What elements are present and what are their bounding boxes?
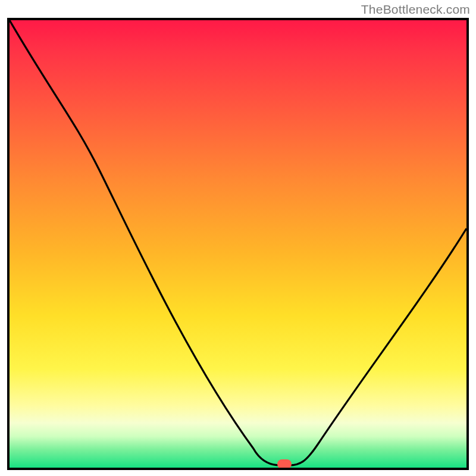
chart-overlay	[10, 20, 466, 468]
attribution-label: TheBottleneck.com	[361, 2, 470, 17]
optimal-marker	[277, 459, 292, 468]
chart-frame	[7, 18, 469, 470]
bottleneck-curve	[10, 20, 466, 465]
chart-container: TheBottleneck.com	[0, 0, 476, 476]
